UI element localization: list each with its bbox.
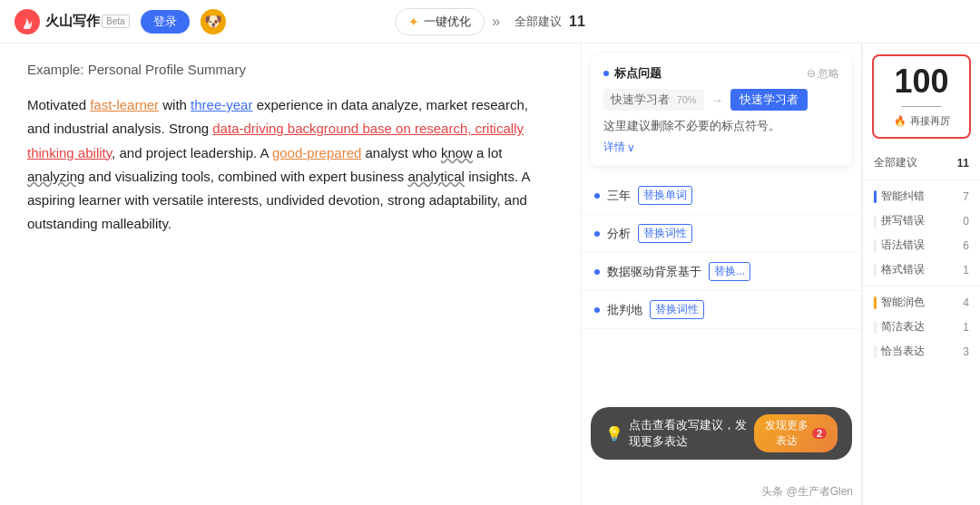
right-divider2 — [863, 286, 980, 286]
right-item-correction[interactable]: 智能纠错 7 — [863, 184, 980, 209]
right-indicator-blue — [874, 190, 877, 203]
right-item-label: 拼写错误 — [874, 213, 925, 228]
item-tag-0[interactable]: 替换单词 — [638, 186, 692, 205]
logo-text: 火山写作 — [45, 13, 100, 30]
right-indicator-none5 — [874, 345, 877, 358]
item-tag-2[interactable]: 替换... — [709, 262, 750, 281]
item-dot — [594, 269, 600, 275]
right-indicator-none4 — [874, 321, 877, 334]
top-bar: 火山写作 Beta 登录 🐶 ✦ 一键优化 » 全部建议 11 — [0, 0, 980, 44]
simple-item-fenxi: 分析 替换词性 — [582, 215, 861, 253]
optimize-icon: ✦ — [408, 15, 419, 29]
suggestion-accept-btn[interactable]: 快速学习者 — [730, 89, 808, 111]
doc-title: Example: Personal Profile Summary — [27, 62, 554, 77]
right-indicator-orange — [874, 296, 877, 309]
text-with: with — [159, 97, 191, 112]
tooltip-text: 💡 点击查看改写建议，发现更多表达 — [605, 417, 754, 450]
right-item-label: 恰当表达 — [874, 344, 925, 359]
text-and-proj: , and project leadership. A — [112, 145, 272, 160]
original-text: 快速学习者 70% — [603, 89, 704, 111]
text-alot: a lot — [473, 145, 503, 160]
original-score: 70% — [677, 94, 697, 105]
card-ignore-btn[interactable]: ⊖ 忽略 — [807, 66, 839, 82]
discover-button[interactable]: 发现更多表达 2 — [754, 414, 838, 452]
right-panel: 100 ———— 🔥 再接再厉 全部建议 11 智能纠错 7 拼写错误 — [862, 44, 980, 505]
card-detail-btn[interactable]: 详情 ∨ — [603, 140, 839, 155]
text-analytical: analytical — [407, 169, 465, 184]
item-dot — [594, 193, 600, 199]
doc-body: Motivated fast-learner with three-year e… — [27, 93, 554, 237]
score-number: 100 — [883, 65, 960, 98]
right-item-proper[interactable]: 恰当表达 3 — [863, 339, 980, 364]
right-divider — [863, 180, 980, 180]
text-good-prepared: good-prepared — [272, 145, 361, 160]
text-three-year: three-year — [191, 97, 252, 112]
optimize-button[interactable]: ✦ 一键优化 — [395, 8, 485, 35]
score-sub: 🔥 再接再厉 — [883, 114, 960, 128]
item-tag-1[interactable]: 替换词性 — [638, 224, 692, 243]
right-item-format[interactable]: 格式错误 1 — [863, 257, 980, 282]
right-item-spelling[interactable]: 拼写错误 0 — [863, 209, 980, 233]
expand-button[interactable]: » — [492, 14, 500, 30]
right-item-grammar[interactable]: 语法错误 6 — [863, 233, 980, 257]
score-box: 100 ———— 🔥 再接再厉 — [872, 54, 971, 139]
logo-area: 火山写作 Beta — [15, 9, 130, 34]
chevron-down-icon: ∨ — [627, 141, 635, 154]
item-dot — [594, 307, 600, 313]
tooltip-bar: 💡 点击查看改写建议，发现更多表达 发现更多表达 2 — [591, 407, 852, 460]
text-analyzing: analyzing — [27, 169, 84, 184]
suggestions-label: 全部建议 — [514, 14, 562, 30]
right-count-all: 11 — [957, 157, 969, 170]
item-tag-3[interactable]: 替换词性 — [650, 300, 704, 319]
item-dot — [594, 231, 600, 237]
simple-item-shuju: 数据驱动背景基于 替换... — [582, 253, 861, 291]
right-indicator-none2 — [874, 239, 877, 252]
right-item-label: 智能润色 — [874, 295, 925, 310]
right-item-label: 语法错误 — [874, 238, 925, 253]
right-item-concise[interactable]: 简洁表达 1 — [863, 315, 980, 339]
top-center-actions: ✦ 一键优化 » 全部建议 11 — [395, 8, 585, 35]
beta-badge: Beta — [102, 15, 130, 28]
simple-item-sannian: 三年 替换单词 — [582, 177, 861, 215]
main-layout: Example: Personal Profile Summary Motiva… — [0, 44, 980, 505]
lightbulb-icon: 💡 — [605, 425, 623, 442]
ignore-icon: ⊖ — [807, 67, 816, 80]
suggestions-count: 11 — [569, 14, 585, 30]
optimize-label: 一键优化 — [424, 14, 471, 30]
logo-icon — [15, 9, 40, 34]
discover-count: 2 — [812, 428, 827, 439]
right-item-label: 智能纠错 — [874, 189, 925, 204]
right-item-polish[interactable]: 智能润色 4 — [863, 290, 980, 315]
right-section-all[interactable]: 全部建议 11 — [863, 150, 980, 176]
center-panel: 标点问题 ⊖ 忽略 快速学习者 70% → 快速学习者 这里建议删除不必要的标点… — [581, 44, 862, 505]
text-motivated: Motivated — [27, 97, 90, 112]
score-divider: ———— — [883, 100, 960, 111]
avatar-icon: 🐶 — [204, 13, 222, 30]
right-item-label: 简洁表达 — [874, 319, 925, 335]
compare-row: 快速学习者 70% → 快速学习者 — [603, 89, 839, 111]
watermark: 头条 @生产者Glen — [761, 484, 853, 500]
card-header: 标点问题 ⊖ 忽略 — [603, 65, 839, 82]
fire-icon: 🔥 — [894, 115, 906, 127]
login-button[interactable]: 登录 — [141, 10, 190, 34]
card-type: 标点问题 — [603, 65, 662, 82]
card-desc: 这里建议删除不必要的标点符号。 — [603, 118, 839, 134]
simple-item-pipan: 批判地 替换词性 — [582, 291, 861, 329]
suggestion-card-punctuation: 标点问题 ⊖ 忽略 快速学习者 70% → 快速学习者 这里建议删除不必要的标点… — [591, 54, 852, 166]
arrow-icon: → — [711, 93, 723, 107]
text-fast-learner: fast-learner — [90, 97, 159, 112]
text-and-vis: and visualizing tools, combined with exp… — [84, 169, 407, 184]
avatar-button[interactable]: 🐶 — [201, 9, 226, 34]
card-dot — [603, 71, 609, 76]
right-indicator-none3 — [874, 264, 877, 277]
text-analyst: analyst who — [361, 145, 441, 160]
right-item-label: 格式错误 — [874, 262, 925, 277]
editor-area: Example: Personal Profile Summary Motiva… — [0, 44, 581, 505]
right-indicator-none — [874, 215, 877, 228]
text-know: know — [441, 145, 473, 160]
